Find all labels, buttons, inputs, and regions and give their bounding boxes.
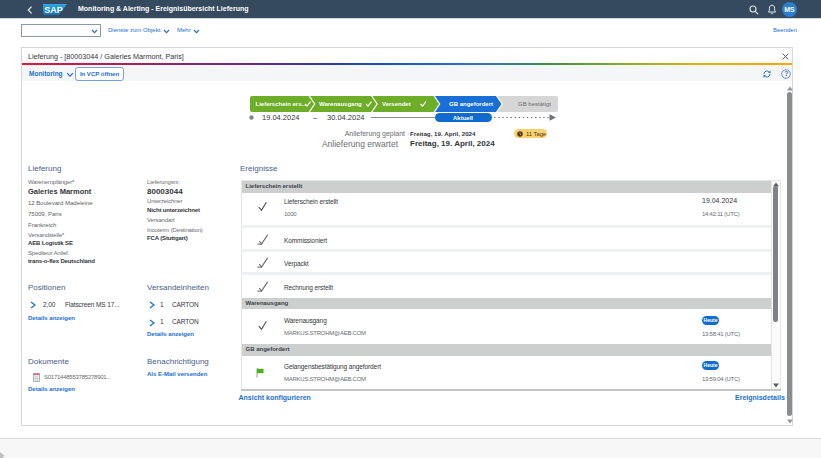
svg-text:Aktuell: Aktuell (453, 115, 473, 121)
svg-text:SAP: SAP (44, 5, 63, 15)
svg-text:30.04.2024: 30.04.2024 (327, 113, 365, 122)
svg-text:–: – (313, 113, 318, 122)
svg-text:Lieferschein ers...: Lieferschein ers... (256, 101, 307, 107)
svg-text:Warenausgang: Warenausgang (319, 101, 362, 107)
svg-text:Versendet: Versendet (382, 101, 411, 107)
svg-text:GB bestätigt: GB bestätigt (518, 101, 551, 107)
svg-text:19.04.2024: 19.04.2024 (262, 113, 300, 122)
svg-text:?: ? (784, 70, 788, 77)
svg-text:GB angefordert: GB angefordert (449, 101, 493, 107)
